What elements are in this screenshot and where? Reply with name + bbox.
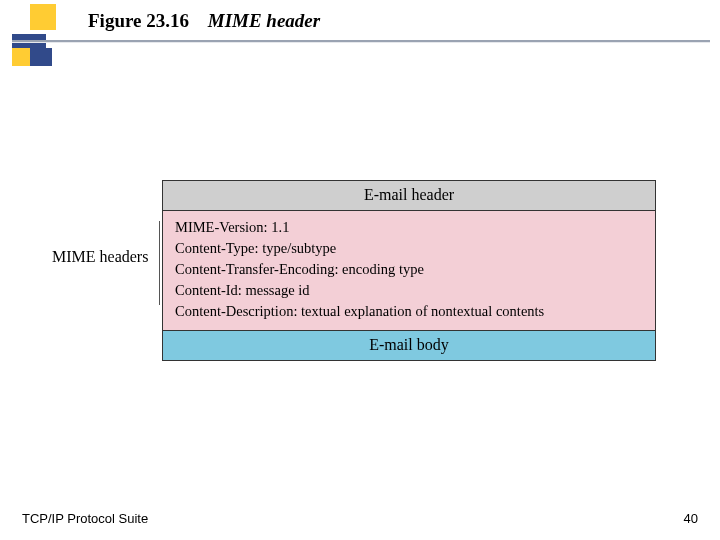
brace-icon xyxy=(150,213,160,313)
figure-caption: MIME header xyxy=(208,10,320,31)
mime-line: MIME-Version: 1.1 xyxy=(175,217,645,238)
mime-line: Content-Id: message id xyxy=(175,280,645,301)
footer-source: TCP/IP Protocol Suite xyxy=(22,511,148,526)
figure-title: Figure 23.16 MIME header xyxy=(88,10,320,32)
email-body-row: E-mail body xyxy=(163,331,655,360)
mime-line: Content-Transfer-Encoding: encoding type xyxy=(175,259,645,280)
page-number: 40 xyxy=(684,511,698,526)
slide-bullet-decor xyxy=(12,4,62,64)
mime-headers-row: MIME-Version: 1.1 Content-Type: type/sub… xyxy=(163,211,655,331)
figure-number: Figure 23.16 xyxy=(88,10,189,31)
mime-line: Content-Type: type/subtype xyxy=(175,238,645,259)
mime-diagram: E-mail header MIME-Version: 1.1 Content-… xyxy=(162,180,656,361)
email-header-row: E-mail header xyxy=(163,181,655,211)
mime-headers-label: MIME headers xyxy=(52,248,148,266)
title-rule-shadow xyxy=(12,42,710,43)
mime-line: Content-Description: textual explanation… xyxy=(175,301,645,322)
